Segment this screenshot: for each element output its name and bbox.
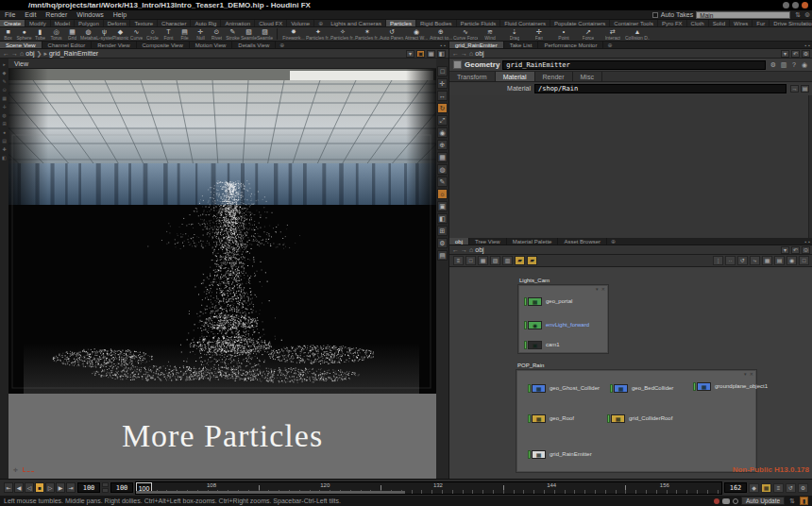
viewport-side-icon[interactable]: ▸ xyxy=(3,62,6,67)
auto-update-selector[interactable]: Auto Update xyxy=(741,497,785,505)
shelf-tool[interactable]: ✛ Null xyxy=(193,27,209,41)
shelf-tool[interactable]: ✧ Particles fr... xyxy=(330,27,355,41)
shelf-tab[interactable]: Cloud FX xyxy=(255,20,287,26)
pane-menu-icon[interactable]: ▪ xyxy=(808,239,810,245)
viewport-tool-icon[interactable]: ▣ xyxy=(437,201,448,211)
forward-arrow-icon[interactable]: → xyxy=(461,246,467,253)
network-node[interactable]: ▦ geo_Ghost_Collider xyxy=(528,383,600,393)
parm-field-icon[interactable]: → xyxy=(790,85,799,93)
update-mode-icon[interactable]: ▣ xyxy=(416,50,425,58)
shelf-tab[interactable]: Texture xyxy=(130,20,158,26)
shelf-tab[interactable]: Populate Containers xyxy=(550,20,610,26)
network-toolbar-icon[interactable]: ▰ xyxy=(515,256,525,265)
parameter-scrollbar[interactable] xyxy=(808,95,812,238)
node-display-flag[interactable] xyxy=(524,341,527,349)
parameter-tab[interactable]: Render xyxy=(535,72,573,81)
viewport-tool-icon[interactable]: ☼ xyxy=(437,189,448,199)
shelf-tab[interactable]: Cloth xyxy=(687,20,709,26)
shelf-tool[interactable]: ○ Circle xyxy=(144,27,161,41)
network-box-controls[interactable]: ▾ ✕ xyxy=(744,371,754,377)
transport-button[interactable]: ⇤ xyxy=(4,482,13,493)
shelf-tool[interactable]: ∿ Curve Force xyxy=(453,27,478,41)
viewport-view-menu[interactable]: View xyxy=(8,59,436,69)
network-node[interactable]: ▦ geo_BedCollider xyxy=(610,383,673,393)
close-button[interactable] xyxy=(802,2,808,8)
transport-button[interactable]: ▶ xyxy=(56,482,65,493)
transport-button[interactable]: ◀ xyxy=(14,482,24,493)
shelf-tool[interactable]: ✸ Firework... xyxy=(281,27,306,41)
minimize-button[interactable] xyxy=(783,2,789,8)
forward-arrow-icon[interactable]: → xyxy=(11,50,18,57)
shelf-tool[interactable]: ◍ Metaball xyxy=(80,27,96,41)
node-display-flag[interactable] xyxy=(524,321,527,329)
viewport-tool-icon[interactable]: ⊕ xyxy=(437,140,448,150)
network-toolbar-icon[interactable]: ·· xyxy=(725,256,736,265)
transport-button[interactable]: ■ xyxy=(35,482,44,493)
param-header-icon[interactable]: ⚙ xyxy=(769,60,778,70)
network-node[interactable]: ▦ geo_Roof xyxy=(528,413,574,423)
viewport-tool-icon[interactable]: ◧ xyxy=(437,213,448,224)
pane-maximize-icon[interactable]: ▪ xyxy=(804,239,806,245)
parameter-tab[interactable]: Transform xyxy=(449,72,496,81)
viewport-side-icon[interactable]: ● xyxy=(3,130,6,135)
path-dropdown-icon[interactable]: ▾ xyxy=(406,50,414,58)
shelf-tool[interactable]: ▧ Seamless... xyxy=(241,27,257,41)
param-header-icon[interactable]: ? xyxy=(789,60,799,70)
network-toolbar-icon[interactable]: ▦ xyxy=(478,256,488,265)
current-frame-field[interactable]: 100 xyxy=(77,482,100,493)
shelf-tab[interactable]: Character xyxy=(158,20,191,26)
menu-item[interactable]: Edit xyxy=(20,11,41,18)
network-toolbar-icon[interactable]: ≡ xyxy=(453,256,464,265)
viewport-tool-icon[interactable]: ↻ xyxy=(437,103,448,113)
network-node[interactable]: ▦ grid_ColliderRoof xyxy=(607,413,672,423)
shelf-tab[interactable]: Auto Rig xyxy=(191,20,221,26)
shelf-tool[interactable]: ● Sphere xyxy=(16,27,32,41)
error-indicator-icon[interactable] xyxy=(714,498,719,504)
pane-maximize-icon[interactable]: ▪ xyxy=(440,42,442,48)
network-box-controls[interactable]: ▾ ✕ xyxy=(596,286,606,292)
parameter-tab[interactable]: Misc xyxy=(573,72,602,81)
take-selector[interactable]: Main xyxy=(696,11,790,19)
viewport-side-icon[interactable]: ⊞ xyxy=(2,122,6,126)
viewport-tool-icon[interactable]: ◍ xyxy=(437,164,448,175)
viewport-side-icon[interactable]: ◧ xyxy=(2,156,7,160)
shelf-tool[interactable]: ψ L-system xyxy=(96,27,112,41)
shelf-tab[interactable]: Wires xyxy=(730,20,753,26)
update-spinner-icon[interactable]: ⇅ xyxy=(787,498,797,505)
shelf-tab[interactable]: Modify xyxy=(25,20,51,26)
shelf-tab[interactable]: Solid xyxy=(709,20,730,26)
shelf-tab[interactable]: Model xyxy=(51,20,75,26)
viewport-side-icon[interactable]: ▤ xyxy=(2,139,7,143)
shelf-tool[interactable]: ⊕ Attract to... xyxy=(429,27,453,41)
shelf-tab[interactable]: Lights and Cameras xyxy=(327,20,386,26)
pane-tab[interactable]: obj xyxy=(449,238,469,245)
viewport-tool-icon[interactable]: ▤ xyxy=(437,250,448,261)
shelf-tool[interactable]: ◆ Platonic S... xyxy=(112,27,128,41)
notification-bell-icon[interactable]: ⊚ xyxy=(803,11,812,19)
auto-takes-checkbox[interactable] xyxy=(652,12,658,18)
shelf-tool[interactable]: ▤ File xyxy=(177,27,193,41)
timeline-scrollbar[interactable] xyxy=(136,491,405,494)
transport-button[interactable]: ⇥ xyxy=(66,482,76,493)
transport-button[interactable]: ▷ xyxy=(45,482,55,493)
pane-add-tab-icon[interactable]: ⊕ xyxy=(276,42,288,48)
pane-tab[interactable]: Material Palette xyxy=(507,238,559,245)
take-spinner-icon[interactable]: ⇅ xyxy=(793,11,803,19)
viewport-tool-icon[interactable]: □ xyxy=(437,66,448,76)
breadcrumb-node[interactable]: grid_RainEmitter xyxy=(49,50,98,57)
pane-tab[interactable]: Channel Editor xyxy=(42,42,93,48)
breadcrumb-root[interactable]: obj xyxy=(475,246,483,253)
shelf-tool[interactable]: ▲ Collision D... xyxy=(625,27,650,41)
param-header-icon[interactable]: ▥ xyxy=(779,60,788,70)
network-toolbar-icon[interactable]: ▦ xyxy=(762,256,772,265)
material-parm-field[interactable]: /shop/Rain xyxy=(534,84,787,93)
network-canvas[interactable]: Lights_Cam ▾ ✕ ▦ geo_portal xyxy=(449,267,812,479)
path-dropdown-icon[interactable]: ▾ xyxy=(781,50,789,58)
shelf-tool[interactable]: ▦ Grid xyxy=(64,27,80,41)
viewport-side-icon[interactable]: ⊙ xyxy=(2,88,6,93)
maximize-button[interactable] xyxy=(792,2,799,8)
breadcrumb-root[interactable]: obj xyxy=(25,50,34,57)
shelf-tab[interactable]: Polygon xyxy=(75,20,104,26)
network-toolbar-icon[interactable]: □ xyxy=(799,256,809,265)
network-node[interactable]: ▣ cam1 xyxy=(524,340,560,349)
